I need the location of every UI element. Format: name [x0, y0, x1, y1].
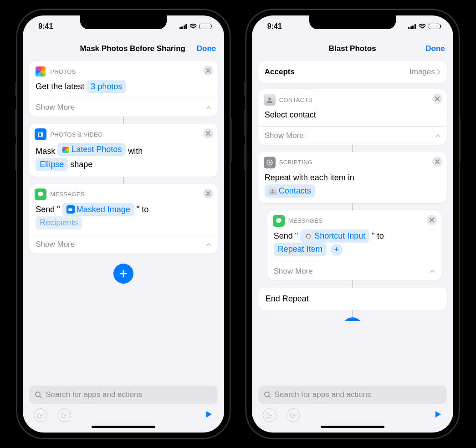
show-more-label: Show More [265, 131, 304, 140]
chevron-up-icon [206, 105, 211, 110]
chevron-up-icon [435, 133, 440, 138]
wifi-icon [419, 24, 426, 29]
photos-icon [35, 66, 46, 77]
status-time: 9:41 [38, 22, 53, 31]
battery-icon [429, 24, 440, 29]
token-photo-count[interactable]: 3 photos [87, 80, 126, 93]
redo-button[interactable] [287, 408, 300, 422]
card-category: SCRIPTING [279, 159, 312, 166]
svg-point-6 [269, 162, 271, 163]
nav-bar: Blast Photos Done [252, 37, 453, 60]
redo-button[interactable] [57, 408, 71, 422]
svg-rect-1 [39, 133, 41, 136]
svg-point-7 [272, 189, 274, 191]
action-card-photos[interactable]: PHOTOS Get the latest 3 photos Show More [29, 61, 218, 117]
cellular-icon [179, 24, 187, 29]
token-shape[interactable]: Ellipse [36, 158, 68, 171]
search-placeholder: Search for apps and actions [275, 390, 371, 399]
undo-button[interactable] [34, 408, 47, 422]
action-text: Send " [36, 205, 62, 214]
svg-rect-2 [69, 209, 72, 211]
delete-action-button[interactable] [432, 157, 442, 167]
accepts-row[interactable]: Accepts Images [258, 61, 447, 83]
add-action-button[interactable] [113, 264, 133, 284]
chevron-up-icon [206, 242, 211, 247]
delete-action-button[interactable] [432, 94, 442, 104]
action-card-send-message[interactable]: MESSAGES Send " Shortcut Input " to Repe… [267, 210, 441, 280]
delete-action-button[interactable] [203, 66, 213, 76]
delete-action-button[interactable] [427, 215, 437, 225]
home-indicator[interactable] [92, 426, 155, 428]
action-text: shape [68, 160, 92, 169]
svg-rect-8 [307, 234, 310, 238]
token-contacts[interactable]: Contacts [265, 184, 315, 198]
done-button[interactable]: Done [425, 44, 445, 53]
contacts-icon [264, 94, 276, 106]
notch [80, 15, 167, 29]
action-text: Select contact [265, 110, 316, 119]
show-more-label: Show More [36, 240, 75, 249]
show-more-row[interactable]: Show More [267, 262, 441, 280]
show-more-row[interactable]: Show More [29, 235, 218, 254]
card-category: PHOTOS [50, 68, 76, 75]
show-more-label: Show More [36, 103, 75, 112]
delete-action-button[interactable] [203, 128, 213, 138]
end-repeat-label: End Repeat [266, 294, 309, 303]
accepts-value: Images [409, 67, 435, 76]
home-indicator[interactable] [321, 426, 384, 428]
phone-right: 9:41 Blast Photos Done Accepts Images [246, 9, 460, 439]
cellular-icon [408, 24, 416, 29]
chevron-up-icon [430, 269, 435, 274]
battery-icon [200, 24, 211, 29]
action-text: with [126, 147, 143, 156]
token-masked-image[interactable]: Masked Image [62, 203, 134, 216]
search-placeholder: Search for apps and actions [46, 390, 142, 399]
play-button[interactable] [433, 410, 442, 421]
search-icon [264, 391, 271, 398]
action-text: " to [134, 205, 148, 214]
card-category: MESSAGES [288, 217, 322, 224]
phone-left: 9:41 Mask Photos Before Sharing Done PHO… [16, 9, 230, 439]
token-shortcut-input[interactable]: Shortcut Input [300, 229, 369, 243]
show-more-row[interactable]: Show More [258, 126, 447, 145]
accepts-label: Accepts [265, 67, 295, 76]
nav-bar: Mask Photos Before Sharing Done [23, 37, 224, 60]
action-text: Mask [36, 147, 57, 156]
end-repeat-block[interactable]: End Repeat [258, 288, 447, 310]
action-card-contacts[interactable]: CONTACTS Select contact Show More [258, 89, 447, 145]
token-recipients[interactable]: Recipients [36, 216, 82, 229]
chevron-right-icon [437, 69, 440, 75]
photos-icon [61, 146, 70, 154]
page-title: Blast Photos [329, 44, 376, 53]
contacts-icon [269, 187, 277, 195]
search-input[interactable]: Search for apps and actions [258, 386, 447, 404]
token-latest-photos[interactable]: Latest Photos [57, 143, 126, 156]
undo-button[interactable] [263, 408, 276, 422]
action-text: Send " [274, 231, 300, 240]
action-card-send-message[interactable]: MESSAGES Send " Masked Image " to Recipi… [29, 184, 218, 254]
delete-action-button[interactable] [203, 188, 213, 199]
wifi-icon [189, 24, 197, 29]
action-text: Get the latest [36, 82, 87, 91]
card-category: PHOTOS & VIDEO [50, 131, 102, 138]
messages-icon [273, 215, 285, 227]
play-button[interactable] [204, 410, 213, 421]
done-button[interactable]: Done [197, 44, 216, 53]
token-repeat-item[interactable]: Repeat Item [274, 243, 327, 256]
card-category: CONTACTS [279, 97, 312, 103]
notch [309, 15, 396, 29]
action-text: " to [369, 231, 384, 240]
status-time: 9:41 [267, 22, 282, 31]
svg-point-4 [268, 97, 271, 100]
page-title: Mask Photos Before Sharing [80, 44, 185, 53]
show-more-label: Show More [274, 267, 313, 276]
action-card-repeat[interactable]: SCRIPTING Repeat with each item in Conta… [258, 152, 447, 203]
action-text: Repeat with each item in [265, 173, 354, 182]
show-more-row[interactable]: Show More [29, 98, 218, 117]
search-icon [35, 391, 42, 398]
search-input[interactable]: Search for apps and actions [29, 386, 218, 404]
action-card-mask[interactable]: PHOTOS & VIDEO Mask Latest Photos with E… [29, 124, 218, 177]
card-category: MESSAGES [50, 191, 84, 198]
add-recipient-button[interactable]: + [331, 244, 343, 256]
messages-icon [35, 188, 46, 200]
